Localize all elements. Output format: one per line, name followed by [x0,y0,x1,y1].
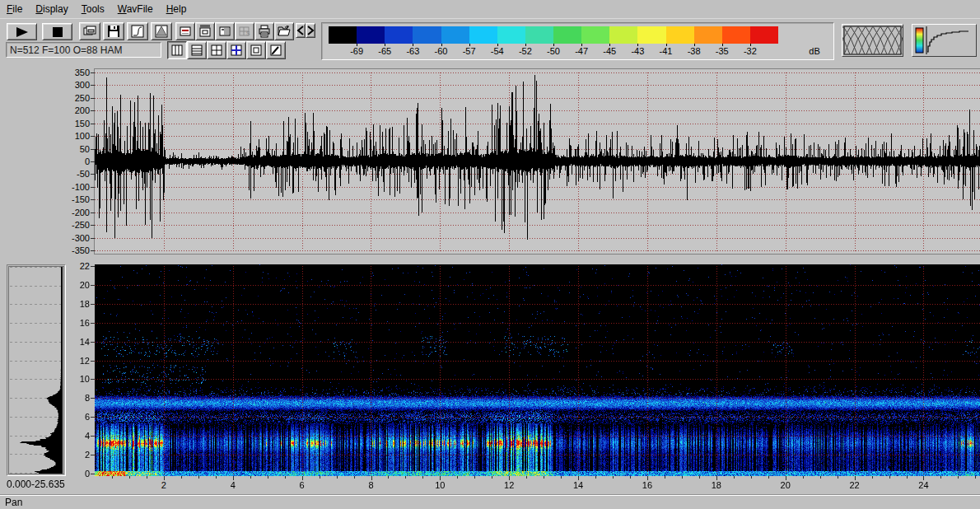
spectrum-view-button[interactable] [151,22,172,40]
colorbar-segment [329,26,357,44]
colorbar-segment [581,26,609,44]
palette-curve-preview [912,24,977,57]
waveform-y-tick-label: 50 [54,144,90,154]
menu-item-wavfile[interactable]: WavFile [111,1,160,17]
waveform-y-tick [91,212,95,213]
spectrogram-x-tick [320,476,320,479]
spectrogram-x-tick-label: 24 [913,480,933,490]
svg-text:s: s [246,29,250,37]
spectrogram-y-tick-label: 12 [66,356,90,366]
colorbar-db-label: -38 [680,46,708,56]
layout-quad-button[interactable] [207,41,226,59]
colorbar-segment [525,26,553,44]
open-folder-icon [278,25,291,38]
statusbar-text: Pan [5,497,22,508]
scroll-right-button[interactable] [306,23,315,38]
scroll-left-button[interactable] [296,23,306,38]
waveform-y-tick-label: 100 [54,131,90,141]
annotate-button[interactable] [266,41,286,59]
spectrogram-y-tick [91,323,95,324]
spectrogram-x-tick [630,476,631,479]
waveform-y-tick [91,110,95,111]
stop-button[interactable] [42,23,72,40]
layout-vertical-button[interactable] [167,41,187,59]
waveform-y-tick [91,238,95,239]
spectrogram-y-tick-label: 20 [66,280,90,290]
spectrogram-x-tick [682,476,683,479]
save-button[interactable] [103,22,124,40]
colorbar-segment [413,26,441,44]
waveform-y-tick [91,98,95,99]
waveform-y-tick [91,136,95,137]
spectrogram-x-tick [544,476,544,479]
average-spectrum-plot [8,266,64,474]
spectrogram-x-tick [889,476,890,479]
waveform-y-tick-label: -100 [54,182,90,192]
colorbar-db-label: -35 [708,46,736,56]
stop-icon [52,26,63,38]
layout-horizontal-button[interactable] [187,41,207,59]
layout-inset-button[interactable] [246,41,266,59]
window-comb-icon [198,25,212,38]
colorbar-db-label: -63 [399,46,427,56]
waveform-y-tick-label: 350 [54,68,90,77]
colorbar-unit-label: dB [800,46,829,56]
waveform-y-tick-label: -250 [54,220,90,230]
spectrogram-x-tick [147,476,147,479]
spectrogram-x-tick [803,476,804,479]
save-icon [107,25,120,38]
spectrogram-x-tick-label: 14 [568,480,588,490]
waveform-y-tick [91,199,95,200]
menu-item-help[interactable]: Help [160,1,194,17]
colorbar-segment [497,26,525,44]
spectrogram-x-tick [337,476,338,479]
spectrogram-y-tick-label: 6 [66,412,90,422]
open-file-button[interactable] [274,22,294,40]
menu-item-file[interactable]: File [0,1,29,17]
menu-item-tools[interactable]: Tools [75,1,111,17]
spectrogram-x-tick [181,476,182,479]
spectrogram-x-tick [354,476,355,479]
win-vsplit-icon [170,44,184,57]
spectrogram-y-tick [91,436,95,437]
spectrogram-plot[interactable] [95,264,980,476]
waveform-y-tick [91,225,95,226]
chevron-left-icon [296,26,305,35]
waveform-y-tick-label: -300 [54,233,90,243]
average-spectrum-panel [7,264,66,476]
menubar: FileDisplayToolsWavFileHelp [0,0,980,19]
spectrogram-y-tick [91,379,95,380]
waveform-y-tick-label: 200 [54,105,90,115]
comb-display-button[interactable] [195,22,215,40]
colorbar-segment [637,26,665,44]
grid-settings-button[interactable]: s [235,22,254,40]
waveform-plot[interactable] [94,68,980,254]
copy-display-button[interactable] [79,22,100,40]
colorbar-db-label: -60 [427,46,455,56]
spectrogram-app: FileDisplayToolsWavFileHelp s N=512 F=10… [0,0,980,509]
shade-display-button[interactable] [215,22,235,40]
spectrogram-x-tick [613,476,614,479]
print-button[interactable] [254,22,274,40]
spectrogram-y-tick [91,417,95,418]
spectrogram-x-tick [907,476,908,479]
play-button[interactable] [7,23,37,40]
colorbar-segment [469,26,497,44]
spectrogram-x-tick [734,476,735,479]
win-quad-blue-icon [230,44,243,57]
spectrogram-x-tick-label: 2 [154,480,174,490]
spectrogram-y-tick-label: 10 [66,374,90,384]
spectrogram-x-tick [250,476,251,479]
chevron-right-icon [306,26,315,35]
colorbar-db-label: -50 [539,46,567,56]
spectrogram-x-tick-label: 4 [223,480,243,490]
gain-curve-button[interactable] [127,22,148,40]
spectrogram-y-tick [91,266,95,267]
colorbar-segment [694,26,722,44]
menu-item-display[interactable]: Display [29,1,74,17]
layout-quad-alt-button[interactable] [226,41,246,59]
win-inset-icon [250,44,263,57]
spectrogram-x-tick [838,476,838,479]
display-marker-button[interactable] [175,22,195,40]
win-hlines-icon [190,44,203,57]
